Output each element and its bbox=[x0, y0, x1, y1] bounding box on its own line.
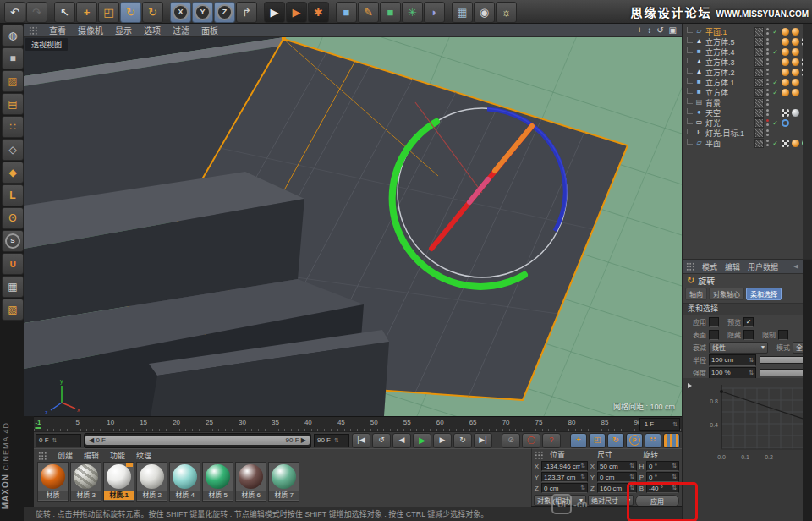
spinner-icon[interactable]: ⇅ bbox=[580, 463, 585, 469]
add-deformer-button[interactable]: ◗ bbox=[424, 2, 445, 23]
x-size-field[interactable]: 50 cm⇅ bbox=[597, 461, 637, 471]
tab-对象轴心[interactable]: 对象轴心 bbox=[709, 288, 744, 300]
panel-grip-icon[interactable] bbox=[535, 451, 543, 459]
record-active-objects-button[interactable]: ⊘ bbox=[502, 433, 520, 448]
spinner-icon[interactable]: ⇅ bbox=[52, 437, 58, 444]
workplane-mode-button[interactable]: ▤ bbox=[2, 93, 24, 115]
timeline-tick-40[interactable]: 40 bbox=[304, 419, 312, 426]
layer-tag-icon[interactable] bbox=[754, 129, 764, 138]
mat-tag-icon[interactable] bbox=[782, 79, 789, 86]
visibility-dots[interactable] bbox=[766, 139, 769, 147]
falloff-curve-point[interactable] bbox=[720, 390, 723, 393]
rotate-button[interactable]: ↻ bbox=[120, 2, 141, 23]
layer-tag-icon[interactable] bbox=[754, 58, 764, 67]
viewport-menu-选项[interactable]: 选项 bbox=[144, 24, 161, 36]
panel-grip-icon[interactable] bbox=[38, 452, 47, 460]
sky-tag-icon[interactable] bbox=[792, 109, 799, 117]
key-pla-button[interactable]: ∷ bbox=[645, 433, 661, 448]
viewport-menu-摄像机[interactable]: 摄像机 bbox=[78, 24, 103, 36]
timeline-tick-70[interactable]: 70 bbox=[502, 419, 510, 426]
attr-menu-模式[interactable]: 模式 bbox=[702, 261, 717, 272]
layer-tag-icon[interactable] bbox=[754, 98, 764, 107]
object-row[interactable]: ▱平面.1✓ bbox=[683, 26, 812, 36]
soft-selection-section-header[interactable]: 柔和选择 bbox=[683, 303, 812, 315]
spinner-icon[interactable]: ⇅ bbox=[629, 485, 634, 491]
z-position-field[interactable]: 0 cm⇅ bbox=[541, 483, 588, 493]
timeline-tick-85[interactable]: 85 bbox=[601, 419, 608, 426]
viewport-menu-面板[interactable]: 面板 bbox=[201, 24, 218, 36]
pan-view-icon[interactable]: + bbox=[637, 25, 642, 35]
强度-value-field[interactable]: 100 %⇅ bbox=[709, 367, 756, 379]
render-picture-viewer-button[interactable]: ▶ bbox=[286, 2, 307, 23]
timeline-tick--1[interactable]: -1 bbox=[35, 419, 41, 429]
checkbox-表面[interactable] bbox=[709, 330, 719, 340]
material-menu-创建[interactable]: 创建 bbox=[58, 450, 73, 461]
半径-value-field[interactable]: 100 cm⇅ bbox=[709, 354, 756, 366]
object-manager-scrollbar[interactable] bbox=[803, 24, 812, 259]
loop-playback-button[interactable]: ↻ bbox=[453, 433, 472, 448]
material-menu-纹理[interactable]: 纹理 bbox=[136, 450, 151, 461]
previous-frame-button[interactable]: ◀ bbox=[392, 433, 411, 448]
tab-轴向[interactable]: 轴向 bbox=[685, 288, 707, 300]
panel-grip-icon[interactable] bbox=[686, 262, 694, 271]
spinner-icon[interactable]: ⇅ bbox=[749, 357, 754, 364]
material-swatch[interactable]: 材质 6 bbox=[235, 462, 266, 502]
add-camera-button[interactable]: ◉ bbox=[474, 2, 495, 23]
object-row[interactable]: ■立方体✓ bbox=[683, 87, 812, 97]
spinner-icon[interactable]: ⇅ bbox=[629, 474, 634, 480]
key-position-button[interactable]: + bbox=[570, 433, 587, 448]
move-button[interactable]: + bbox=[76, 2, 97, 23]
mat-tag-icon[interactable] bbox=[792, 48, 799, 56]
visibility-dots[interactable] bbox=[766, 47, 769, 56]
timeline-tick-65[interactable]: 65 bbox=[469, 419, 477, 426]
layer-tag-icon[interactable] bbox=[754, 139, 764, 148]
timeline-tick-80[interactable]: 80 bbox=[568, 419, 576, 426]
polygons-mode-button[interactable]: ◆ bbox=[2, 162, 24, 184]
spinner-icon[interactable]: ⇅ bbox=[629, 463, 634, 469]
checkbox-应用[interactable] bbox=[709, 317, 719, 327]
mat-tag-icon[interactable] bbox=[782, 48, 789, 56]
goto-start-button[interactable]: |◀ bbox=[352, 433, 370, 448]
edges-mode-button[interactable]: ◇ bbox=[2, 139, 24, 161]
b-rotation-field[interactable]: -40 °⇅ bbox=[646, 483, 679, 493]
timeline-tick-45[interactable]: 45 bbox=[337, 419, 345, 426]
checkbox-限制[interactable] bbox=[778, 330, 788, 340]
frame-range-slider[interactable]: ◀ 0 F 90 F ▶ bbox=[84, 433, 311, 448]
add-subdivision-surface-button[interactable]: ■ bbox=[380, 2, 401, 23]
render-view-button[interactable]: ▶ bbox=[264, 2, 285, 23]
autokeying-button[interactable]: ◯ bbox=[522, 433, 540, 448]
timeline-tick-10[interactable]: 10 bbox=[107, 419, 114, 426]
points-mode-button[interactable]: ∷ bbox=[2, 116, 24, 138]
p-rotation-field[interactable]: 0 °⇅ bbox=[646, 472, 679, 482]
zoom-view-icon[interactable]: ↕ bbox=[647, 25, 651, 35]
timeline-tick-35[interactable]: 35 bbox=[272, 419, 279, 426]
snap-settings-button[interactable]: S bbox=[2, 230, 24, 252]
keyframe-selection-button[interactable]: ? bbox=[542, 433, 561, 448]
viewport-scene[interactable]: y x z bbox=[24, 24, 682, 416]
object-row[interactable]: Ŀ灯光.目标.1 bbox=[683, 128, 812, 138]
tab-柔和选择[interactable]: 柔和选择 bbox=[746, 288, 782, 300]
frame-range-bar[interactable]: ◀ 0 F 90 F ▶ bbox=[85, 436, 310, 445]
z-size-field[interactable]: 160 cm⇅ bbox=[597, 483, 637, 493]
apply-button[interactable]: 应用 bbox=[635, 495, 679, 506]
perspective-viewport[interactable]: y x z 查看摄像机显示选项过滤面板+↕↺▣ 透视视图 网格间距 : 100 … bbox=[24, 24, 683, 416]
timeline-tick-15[interactable]: 15 bbox=[140, 419, 147, 426]
last-used-tool-button[interactable]: ↻ bbox=[142, 2, 163, 23]
enabled-checkmark-icon[interactable]: ✓ bbox=[771, 140, 779, 147]
object-row[interactable]: ▲立方体.5 bbox=[683, 36, 812, 47]
viewport-menu-查看[interactable]: 查看 bbox=[49, 24, 66, 36]
y-position-field[interactable]: 123.37 cm⇅ bbox=[541, 472, 588, 482]
current-frame-field[interactable]: 0 F ⇅ bbox=[36, 434, 81, 447]
layer-tag-icon[interactable] bbox=[754, 108, 764, 118]
spinner-icon[interactable]: ⇅ bbox=[672, 474, 677, 480]
mat-tag-icon[interactable] bbox=[792, 89, 799, 96]
add-environment-button[interactable]: ▦ bbox=[452, 2, 473, 23]
enable-axis-button[interactable]: L bbox=[2, 184, 24, 206]
play-backwards-button[interactable]: ↺ bbox=[372, 433, 391, 448]
timeline-tick-55[interactable]: 55 bbox=[403, 419, 411, 426]
timeline-ruler[interactable]: -151015202530354045505560657075808590 -1… bbox=[34, 416, 682, 432]
layer-tag-icon[interactable] bbox=[754, 88, 764, 97]
visibility-dots[interactable] bbox=[766, 129, 769, 137]
object-row[interactable]: ▱平面✓ bbox=[683, 138, 812, 148]
h-rotation-field[interactable]: 0 °⇅ bbox=[646, 461, 679, 471]
